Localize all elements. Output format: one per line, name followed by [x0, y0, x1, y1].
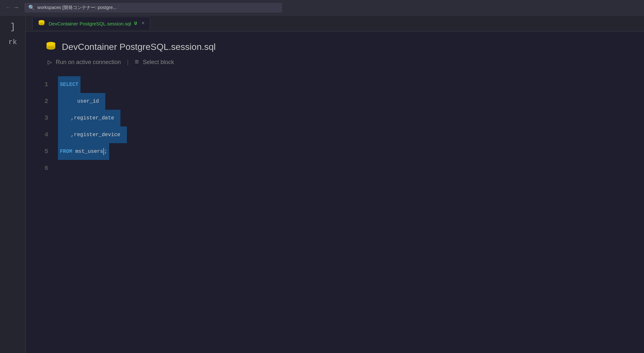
code-line-1: 1 SELECT — [26, 76, 644, 93]
file-title: DevContainer PostgreSQL.session.sql — [62, 42, 216, 52]
file-db-icon — [45, 41, 57, 53]
line-number-2: 2 — [26, 93, 58, 110]
sidebar: ] rk — [0, 15, 26, 353]
titlebar: ← → 🔍 workspaces [開発コンテナー: postgre... — [0, 0, 644, 15]
code-editor[interactable]: 1 SELECT 2 user_id 3 — [26, 73, 644, 353]
code-line-4: 4 ,register_device — [26, 126, 644, 143]
tab-bar: DevContainer PostgreSQL.session.sql U × — [26, 15, 644, 32]
sidebar-bracket: ] — [10, 22, 15, 32]
line-number-3: 3 — [26, 110, 58, 126]
svg-point-6 — [47, 46, 55, 50]
file-title-row: DevContainer PostgreSQL.session.sql — [45, 41, 625, 53]
editor-area: DevContainer PostgreSQL.session.sql U × … — [26, 15, 644, 353]
line-number-6: 6 — [26, 160, 58, 177]
editor-header: DevContainer PostgreSQL.session.sql ▷ Ru… — [26, 32, 644, 73]
sidebar-text: rk — [8, 38, 17, 46]
run-bar: ▷ Run on active connection | ≡ Select bl… — [45, 58, 625, 67]
back-arrow-icon[interactable]: ← — [6, 4, 10, 11]
svg-point-2 — [39, 23, 44, 25]
divider: | — [126, 59, 129, 66]
code-from-keyword: FROM — [60, 149, 72, 154]
code-line-3: 3 ,register_date — [26, 110, 644, 126]
db-icon — [38, 20, 45, 27]
search-bar[interactable]: 🔍 workspaces [開発コンテナー: postgre... — [24, 3, 282, 13]
run-label[interactable]: Run on active connection — [56, 59, 121, 66]
code-line-2: 2 user_id — [26, 93, 644, 110]
code-semicolon: ; — [104, 149, 107, 154]
svg-point-3 — [39, 20, 44, 23]
main-content: ] rk DevContainer PostgreSQL.session.sql… — [0, 15, 644, 353]
code-select-keyword: SELECT — [60, 82, 79, 88]
code-line-6: 6 — [26, 160, 644, 177]
line-number-4: 4 — [26, 126, 58, 143]
tab-filename: DevContainer PostgreSQL.session.sql — [49, 21, 131, 26]
search-bar-text: workspaces [開発コンテナー: postgre... — [37, 5, 117, 11]
run-icon[interactable]: ▷ — [48, 58, 52, 67]
nav-arrows: ← → — [6, 4, 18, 11]
line-number-1: 1 — [26, 76, 58, 93]
svg-point-7 — [47, 42, 55, 45]
tab-badge: U — [134, 21, 137, 26]
code-register-date: ,register_date — [71, 115, 114, 121]
code-register-device: ,register_device — [71, 132, 120, 138]
line-number-5: 5 — [26, 143, 58, 160]
code-line-5: 5 FROM mst_users; — [26, 143, 644, 160]
code-user-id: user_id — [77, 98, 99, 104]
code-mst-users: mst_users — [75, 149, 103, 154]
tab-item-sql[interactable]: DevContainer PostgreSQL.session.sql U × — [32, 17, 150, 30]
select-block-label[interactable]: Select block — [143, 59, 174, 66]
forward-arrow-icon[interactable]: → — [14, 4, 18, 11]
select-block-icon: ≡ — [135, 58, 139, 66]
search-icon: 🔍 — [28, 5, 35, 11]
tab-close-button[interactable]: × — [141, 21, 145, 26]
